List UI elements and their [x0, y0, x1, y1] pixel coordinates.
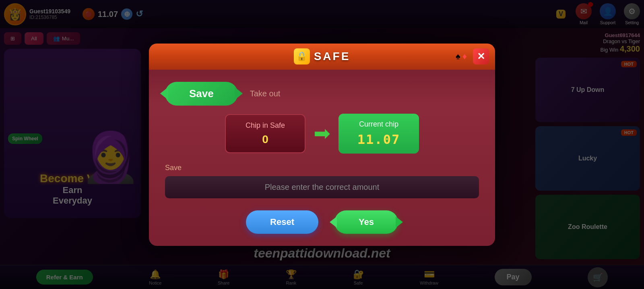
chip-in-safe-label: Chip in Safe — [238, 121, 293, 130]
safe-modal-icon: 🔒 — [294, 48, 310, 64]
save-section-label: Save — [165, 164, 479, 172]
current-chip-value: 11.07 — [351, 132, 407, 147]
save-tab[interactable]: Save — [165, 82, 238, 106]
modal-overlay[interactable]: 🔒 SAFE ♠ ♦ ✕ Save Take out Chip in S — [0, 0, 644, 289]
save-takeout-toggle: Save Take out — [165, 82, 479, 106]
current-chip-label: Current chip — [351, 120, 407, 129]
modal-close-button[interactable]: ✕ — [473, 48, 489, 64]
card-suit-icons: ♠ ♦ — [456, 51, 467, 62]
diamond-icon: ♦ — [462, 51, 467, 62]
arrow-icon: ⬅ — [314, 122, 330, 145]
action-buttons: Reset Yes — [165, 210, 479, 234]
take-out-label[interactable]: Take out — [250, 89, 281, 98]
current-chip-box: Current chip 11.07 — [339, 114, 419, 154]
modal-title: SAFE — [314, 50, 351, 63]
modal-header: 🔒 SAFE ♠ ♦ ✕ — [149, 44, 495, 70]
reset-button[interactable]: Reset — [246, 210, 318, 234]
save-section: Save — [165, 164, 479, 198]
yes-button[interactable]: Yes — [334, 210, 398, 234]
amount-input[interactable] — [165, 176, 479, 198]
chip-in-safe-box: Chip in Safe 0 — [225, 114, 305, 153]
chip-row: Chip in Safe 0 ⬅ Current chip 11.07 — [165, 114, 479, 154]
modal-title-area: 🔒 SAFE — [294, 48, 351, 64]
modal-body: Save Take out Chip in Safe 0 ⬅ Current c… — [149, 70, 495, 246]
spade-icon: ♠ — [456, 51, 460, 62]
safe-modal: 🔒 SAFE ♠ ♦ ✕ Save Take out Chip in S — [149, 44, 495, 246]
chip-in-safe-value: 0 — [238, 133, 293, 146]
